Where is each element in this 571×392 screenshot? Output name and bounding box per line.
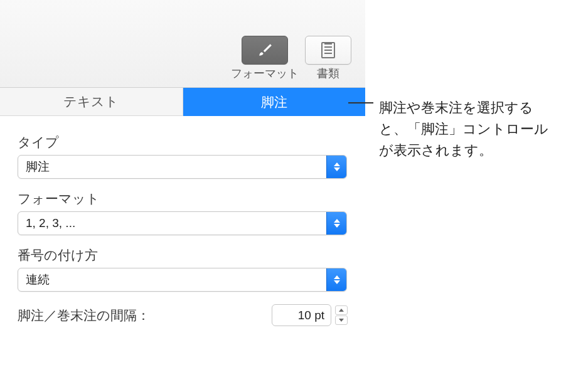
numbering-value: 連続 [18, 272, 326, 288]
format-label: フォーマット [18, 190, 348, 208]
chevron-down-icon [339, 319, 344, 322]
document-button[interactable] [305, 36, 351, 65]
spacing-label: 脚注／巻末注の間隔： [18, 307, 272, 324]
format-label: フォーマット [231, 66, 299, 81]
type-value: 脚注 [18, 159, 326, 175]
chevron-updown-icon [326, 268, 346, 291]
document-label: 書類 [317, 66, 339, 81]
tab-text[interactable]: テキスト [0, 88, 183, 116]
type-label: タイプ [18, 134, 348, 151]
format-select[interactable]: 1, 2, 3, ... [18, 211, 347, 235]
panel-content: タイプ 脚注 フォーマット 1, 2, 3, ... 番号の付け方 [0, 116, 365, 326]
chevron-up-icon [339, 309, 344, 312]
spacing-stepper [335, 305, 348, 325]
toolbar: フォーマット 書類 [0, 0, 365, 88]
format-value: 1, 2, 3, ... [18, 216, 326, 230]
numbering-label: 番号の付け方 [18, 246, 348, 264]
numbering-select[interactable]: 連続 [18, 268, 347, 292]
brush-icon [257, 42, 273, 58]
type-select[interactable]: 脚注 [18, 155, 347, 179]
spacing-input[interactable]: 10 pt [272, 304, 331, 326]
document-icon [321, 42, 335, 58]
callout-text: 脚注や巻末注を選択すると、「脚注」コントロールが表示されます。 [365, 97, 560, 161]
field-format: フォーマット 1, 2, 3, ... [18, 190, 348, 235]
inspector-panel: フォーマット 書類 テキスト 脚注 タイプ 脚注 [0, 0, 365, 392]
format-button[interactable] [242, 36, 288, 65]
tab-label: 脚注 [261, 93, 287, 111]
tab-footnotes[interactable]: 脚注 [183, 88, 366, 116]
tab-label: テキスト [63, 93, 119, 110]
spacing-value: 10 pt [298, 309, 324, 322]
stepper-down-button[interactable] [335, 315, 348, 325]
field-type: タイプ 脚注 [18, 134, 348, 179]
tabs-row: テキスト 脚注 [0, 88, 365, 116]
toolbar-group: フォーマット 書類 [231, 36, 351, 81]
chevron-updown-icon [326, 212, 346, 235]
stepper-up-button[interactable] [335, 305, 348, 315]
toolbar-item-document[interactable]: 書類 [305, 36, 351, 81]
field-spacing: 脚注／巻末注の間隔： 10 pt [18, 304, 348, 326]
toolbar-item-format[interactable]: フォーマット [231, 36, 299, 81]
chevron-updown-icon [326, 156, 346, 178]
field-numbering: 番号の付け方 連続 [18, 246, 348, 292]
